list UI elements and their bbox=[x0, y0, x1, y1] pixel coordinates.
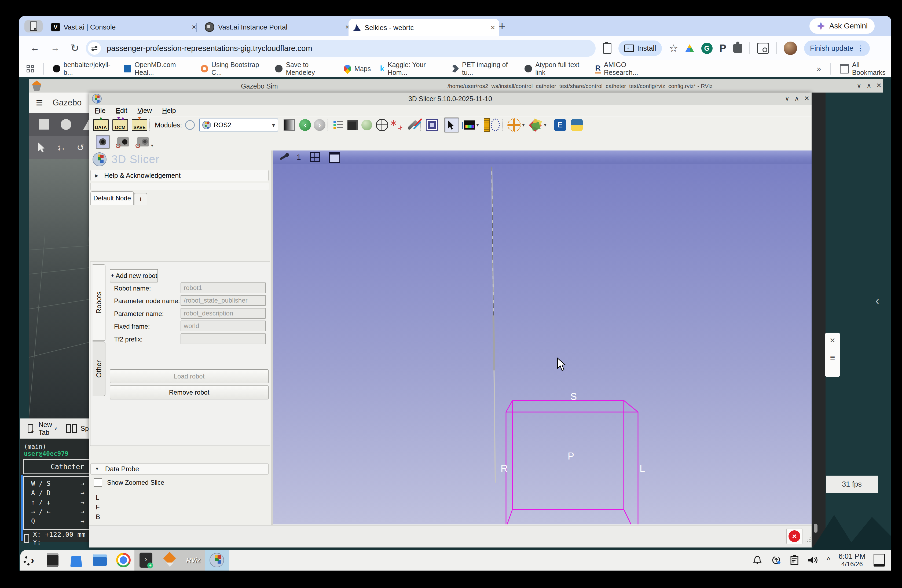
window-level-icon[interactable] bbox=[283, 119, 295, 131]
bookmark-pet[interactable]: PET imaging of tu... bbox=[451, 61, 515, 77]
scrollbar-thumb[interactable] bbox=[814, 524, 817, 533]
data-probe-section[interactable]: ▼ Data Probe bbox=[91, 463, 269, 475]
close-icon[interactable]: ✕ bbox=[876, 82, 882, 89]
show-desktop-panel-icon[interactable] bbox=[874, 554, 885, 566]
split-label[interactable]: Sp bbox=[80, 425, 89, 432]
view-center-icon[interactable] bbox=[310, 152, 320, 162]
robot-name-input[interactable] bbox=[180, 283, 266, 293]
bookmark-openmd[interactable]: OpenMD.com Heal... bbox=[124, 61, 191, 77]
profile-avatar[interactable] bbox=[784, 42, 797, 55]
slicer-app-icon-active[interactable] bbox=[208, 552, 225, 568]
tab-close-icon[interactable]: × bbox=[192, 23, 196, 31]
bookmark-kaggle[interactable]: kKaggle: Your Hom... bbox=[380, 61, 442, 77]
show-zoomed-slice-checkbox[interactable] bbox=[94, 478, 102, 487]
maximize-icon[interactable]: ∧ bbox=[867, 82, 871, 89]
menu-help[interactable]: Help bbox=[162, 107, 176, 114]
colors-caret-icon[interactable]: ▾ bbox=[476, 122, 479, 128]
view-layout-icon[interactable] bbox=[329, 152, 340, 163]
clock[interactable]: 6:01 PM 4/16/26 bbox=[838, 553, 866, 568]
module-selector[interactable]: ROS2 ▾ bbox=[199, 119, 278, 131]
tf2-prefix-input[interactable] bbox=[180, 333, 266, 344]
finish-update-button[interactable]: Finish update ⋮ bbox=[804, 41, 870, 56]
new-tab-icon[interactable] bbox=[28, 424, 33, 433]
extensions-manager-icon[interactable]: E bbox=[554, 119, 566, 131]
gazebo-menu-icon[interactable]: ≡ bbox=[36, 97, 43, 109]
menu-file[interactable]: File bbox=[95, 107, 105, 114]
bookmark-bootstrap[interactable]: Using Bootstrap C... bbox=[201, 61, 266, 77]
select-cursor-icon[interactable] bbox=[38, 142, 46, 153]
bookmark-atypon[interactable]: Atypon full text link bbox=[525, 61, 586, 77]
panel-close-icon[interactable]: ✕ bbox=[830, 336, 835, 345]
settings-icon[interactable] bbox=[44, 552, 61, 568]
terminal-app-icon[interactable]: ›+ bbox=[138, 552, 154, 568]
bookmark-star-icon[interactable]: ☆ bbox=[669, 42, 678, 54]
tab-vast-console[interactable]: V Vast.ai | Console × bbox=[47, 19, 200, 35]
minimize-icon[interactable]: ∨ bbox=[857, 82, 861, 89]
software-store-icon[interactable] bbox=[68, 552, 85, 568]
scene-view-camera-icon[interactable] bbox=[117, 138, 129, 147]
fixed-frame-input[interactable] bbox=[180, 321, 266, 331]
bookmark-maps[interactable]: Maps bbox=[344, 65, 371, 73]
app-launcher-icon[interactable]: › bbox=[21, 552, 37, 568]
back-icon[interactable]: ← bbox=[30, 43, 39, 53]
reload-icon[interactable]: ↻ bbox=[70, 42, 79, 54]
box-shape-icon[interactable] bbox=[39, 119, 49, 130]
rotate-icon[interactable]: ↺ bbox=[77, 142, 85, 153]
ruler-icon[interactable] bbox=[484, 118, 490, 132]
load-robot-button-disabled[interactable]: Load robot bbox=[110, 369, 269, 383]
clipboard-tray-icon[interactable] bbox=[789, 555, 799, 566]
curve-icon[interactable] bbox=[491, 119, 500, 131]
remote-desktop-stream[interactable]: Gazebo Sim /home/user/ros2_ws/install/co… bbox=[19, 77, 891, 571]
minimize-icon[interactable]: ∨ bbox=[785, 95, 789, 102]
load-data-button[interactable]: ▲DATA bbox=[93, 119, 109, 131]
module-back-icon[interactable]: ‹ bbox=[299, 119, 311, 131]
gazebo-app-icon[interactable] bbox=[161, 552, 178, 568]
tab-search-button[interactable] bbox=[24, 20, 43, 33]
models-sphere-icon[interactable] bbox=[362, 120, 372, 130]
module-forward-icon[interactable]: › bbox=[314, 119, 326, 131]
panel-menu-icon[interactable]: ≡ bbox=[830, 353, 835, 363]
terminal-scrollbar[interactable] bbox=[21, 475, 23, 541]
pin-icon[interactable] bbox=[280, 154, 288, 160]
screen-capture-button[interactable] bbox=[96, 135, 110, 149]
all-bookmarks-button[interactable]: All Bookmarks bbox=[840, 61, 891, 77]
omnibox[interactable]: passenger-profession-representations-gig… bbox=[86, 40, 596, 57]
planes-caret-icon[interactable]: ▾ bbox=[544, 122, 547, 128]
new-tab-chevron-icon[interactable]: ∨ bbox=[54, 426, 57, 431]
crosshair-caret-icon[interactable]: ▾ bbox=[522, 122, 525, 128]
file-manager-icon[interactable] bbox=[91, 552, 108, 568]
split-icon[interactable] bbox=[66, 424, 77, 433]
error-log-button[interactable]: × bbox=[786, 528, 802, 544]
colors-icon[interactable] bbox=[464, 120, 475, 130]
panel-splitter[interactable] bbox=[271, 150, 273, 525]
parameter-name-input[interactable] bbox=[180, 308, 266, 319]
screenshot-icon[interactable] bbox=[426, 119, 438, 131]
install-button[interactable]: Install bbox=[619, 41, 662, 56]
grammarly-extension-icon[interactable]: G bbox=[701, 43, 713, 54]
ask-gemini-button[interactable]: Ask Gemini bbox=[810, 18, 875, 34]
bookmark-amigo[interactable]: RAMIGO Research... bbox=[595, 61, 657, 77]
side-tab-other[interactable]: Other bbox=[92, 341, 105, 396]
load-dicom-button[interactable]: ▼▲DCM bbox=[113, 119, 128, 131]
tab-selkies-active[interactable]: Selkies - webrtc × bbox=[349, 19, 499, 36]
drive-extension-icon[interactable] bbox=[685, 44, 694, 52]
terminal-new-tab-label[interactable]: New Tab bbox=[39, 421, 52, 436]
remove-robot-button[interactable]: Remove robot bbox=[110, 385, 269, 399]
tab-vast-portal[interactable]: Vast.ai Instance Portal × bbox=[200, 19, 354, 35]
slice-planes-icon[interactable] bbox=[529, 119, 542, 131]
forward-icon[interactable]: → bbox=[51, 43, 60, 53]
show-zoomed-slice-row[interactable]: Show Zoomed Slice bbox=[94, 478, 164, 487]
view3d-viewport[interactable]: S P R L bbox=[273, 164, 811, 524]
annotate-pen-icon[interactable] bbox=[407, 120, 418, 130]
menu-edit[interactable]: Edit bbox=[116, 107, 127, 114]
tray-expand-chevron[interactable]: ^ bbox=[827, 555, 830, 565]
volume-cube-icon[interactable] bbox=[348, 120, 358, 130]
new-tab-button[interactable]: + bbox=[499, 20, 506, 33]
node-tab-default[interactable]: Default Node bbox=[91, 191, 134, 205]
clipboard-icon[interactable] bbox=[603, 43, 611, 54]
bookmark-mendeley[interactable]: Save to Mendeley bbox=[275, 61, 335, 77]
panel-collapse-chevron[interactable]: ‹ bbox=[875, 295, 879, 307]
add-new-robot-button[interactable]: + Add new robot bbox=[110, 269, 158, 283]
search-tabs-icon[interactable] bbox=[757, 43, 769, 54]
tab-close-icon[interactable]: × bbox=[491, 23, 495, 32]
